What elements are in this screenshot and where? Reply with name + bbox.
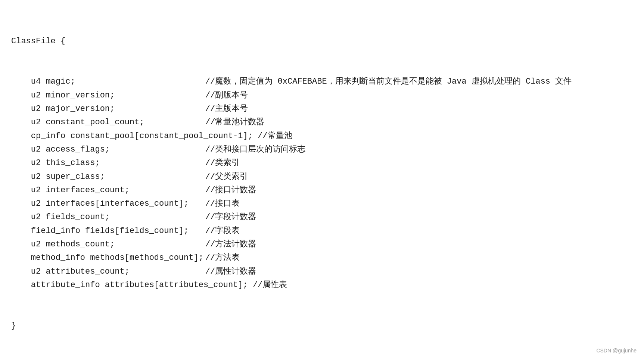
code-comment: //方法表 (205, 251, 240, 265)
code-field: u2 fields_count; (11, 211, 205, 224)
code-comment: //主版本号 (205, 102, 248, 116)
code-comment: //常量池计数器 (205, 116, 264, 129)
code-field: u2 interfaces[interfaces_count]; (11, 197, 205, 211)
table-row: u2 attributes_count;//属性计数器 (11, 265, 633, 278)
code-field: u2 super_class; (11, 170, 205, 184)
code-closing: } (11, 319, 16, 333)
code-field: field_info fields[fields_count]; (11, 224, 205, 238)
table-row: u2 access_flags;//类和接口层次的访问标志 (11, 143, 633, 156)
code-comment: //类索引 (205, 156, 240, 170)
code-field: u2 attributes_count; (11, 265, 205, 278)
code-comment: //魔数，固定值为 0xCAFEBABE，用来判断当前文件是不是能被 Java … (205, 75, 572, 88)
code-comment: //接口计数器 (205, 184, 256, 197)
code-field: u2 methods_count; (11, 238, 205, 251)
table-row: u2 minor_version;//副版本号 (11, 89, 633, 102)
table-row: u2 fields_count;//字段计数器 (11, 211, 633, 224)
code-comment: //字段表 (205, 224, 240, 238)
code-comment: //类和接口层次的访问标志 (205, 143, 305, 156)
code-field: u2 this_class; (11, 156, 205, 170)
code-field: u4 magic; (11, 75, 205, 88)
table-row: u2 this_class;//类索引 (11, 156, 633, 170)
code-field: u2 access_flags; (11, 143, 205, 156)
code-comment: //副版本号 (205, 89, 248, 102)
code-comment: //方法计数器 (205, 238, 256, 251)
code-field: u2 minor_version; (11, 89, 205, 102)
code-comment: //父类索引 (205, 170, 248, 184)
code-closing-line: } (11, 319, 633, 333)
code-title: ClassFile { (11, 35, 65, 48)
table-row: u2 interfaces[interfaces_count];//接口表 (11, 197, 633, 211)
code-comment: //接口表 (205, 197, 240, 211)
code-comment: //字段计数器 (205, 211, 256, 224)
code-field: method_info methods[methods_count]; (11, 251, 205, 265)
table-row: method_info methods[methods_count];//方法表 (11, 251, 633, 265)
table-row: u2 interfaces_count;//接口计数器 (11, 184, 633, 197)
code-comment: //属性计数器 (205, 265, 256, 278)
code-field: u2 interfaces_count; (11, 184, 205, 197)
code-lines: u4 magic;//魔数，固定值为 0xCAFEBABE，用来判断当前文件是不… (11, 75, 633, 292)
code-field: u2 major_version; (11, 102, 205, 116)
table-row: u2 methods_count;//方法计数器 (11, 238, 633, 251)
watermark: CSDN @gujunhe (596, 348, 637, 354)
table-row: cp_info constant_pool[constant_pool_coun… (11, 130, 633, 143)
table-row: u2 major_version;//主版本号 (11, 102, 633, 116)
table-row: field_info fields[fields_count];//字段表 (11, 224, 633, 238)
code-field: u2 constant_pool_count; (11, 116, 205, 129)
table-row: u2 super_class;//父类索引 (11, 170, 633, 184)
table-row: u4 magic;//魔数，固定值为 0xCAFEBABE，用来判断当前文件是不… (11, 75, 633, 88)
code-container: ClassFile { u4 magic;//魔数，固定值为 0xCAFEBAB… (11, 7, 633, 346)
table-row: u2 constant_pool_count;//常量池计数器 (11, 116, 633, 129)
code-title-line: ClassFile { (11, 35, 633, 48)
table-row: attribute_info attributes[attributes_cou… (11, 278, 633, 292)
